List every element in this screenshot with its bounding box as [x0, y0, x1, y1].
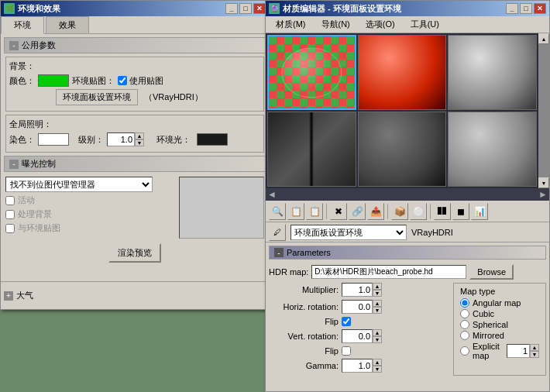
- active-checkbox[interactable]: [5, 196, 15, 205]
- radio-cubic-label: Cubic: [473, 309, 494, 318]
- right-maximize[interactable]: □: [520, 3, 532, 14]
- horiz-up[interactable]: ▲: [373, 300, 382, 307]
- process-bg-checkbox[interactable]: [5, 210, 15, 219]
- env-bar: 🖊 环境面板设置环境 VRayHDRI: [266, 222, 549, 242]
- env-light-swatch[interactable]: [197, 133, 228, 146]
- toolbar-btn-10[interactable]: 📊: [471, 203, 488, 220]
- level-label: 级别：: [78, 134, 104, 146]
- gamma-up[interactable]: ▲: [373, 359, 382, 366]
- level-up[interactable]: ▲: [135, 132, 144, 139]
- background-label: 背景：: [9, 60, 35, 72]
- radio-cubic[interactable]: [460, 309, 469, 318]
- preview-area: [179, 177, 264, 239]
- explicit-input[interactable]: [507, 344, 530, 358]
- use-map-label: 使用贴图: [129, 75, 163, 87]
- vert-up[interactable]: ▲: [373, 329, 382, 336]
- render-preview-button[interactable]: 渲染预览: [108, 243, 161, 263]
- gamma-label: Gamma:: [269, 361, 339, 370]
- hdr-map-input[interactable]: [311, 265, 466, 279]
- mult-down[interactable]: ▼: [373, 290, 382, 297]
- thumb-scrollbar: ▲ ▼: [538, 33, 549, 188]
- mult-up[interactable]: ▲: [373, 283, 382, 290]
- flip1-checkbox[interactable]: [342, 317, 351, 326]
- collapse-params[interactable]: -: [274, 248, 284, 257]
- hdr-map-label: HDR map:: [269, 267, 308, 277]
- explicit-up[interactable]: ▲: [530, 344, 539, 351]
- thumb-scroll-up[interactable]: ▲: [538, 33, 549, 44]
- toolbar-btn-6[interactable]: 📦: [391, 203, 408, 220]
- env-map-button[interactable]: 环境面板设置环境: [56, 89, 138, 105]
- exposure-dropdown[interactable]: 找不到位图代理管理器: [5, 177, 153, 192]
- menu-navigate[interactable]: 导航(N): [315, 16, 357, 33]
- bg-color-swatch[interactable]: [38, 74, 69, 87]
- toolbar-btn-8[interactable]: ▊▊: [434, 203, 451, 220]
- toolbar-btn-2[interactable]: 📋: [306, 203, 323, 220]
- collapse-exposure[interactable]: -: [9, 160, 19, 169]
- env-btn-pick[interactable]: 🖊: [269, 224, 286, 241]
- env-map-cb[interactable]: [5, 224, 15, 233]
- params-title: Parameters: [287, 248, 331, 257]
- level-down[interactable]: ▼: [135, 139, 144, 146]
- minimize-button[interactable]: _: [225, 3, 238, 14]
- env-select[interactable]: 环境面板设置环境: [290, 225, 407, 240]
- gamma-down[interactable]: ▼: [373, 366, 382, 373]
- thumb-scroll-left[interactable]: ◄: [267, 189, 277, 200]
- toolbar-btn-3[interactable]: ✖: [330, 203, 347, 220]
- right-close[interactable]: ✕: [534, 3, 546, 14]
- close-button[interactable]: ✕: [253, 3, 266, 14]
- menu-material[interactable]: 材质(M): [269, 16, 313, 33]
- thumb-scroll-down[interactable]: ▼: [538, 177, 549, 188]
- thumb-dark-sphere-visual: [359, 112, 446, 186]
- background-section: 背景： 颜色： 环境贴图： 使用贴图 环境面板设置环境 （VRayHDRI）: [5, 57, 264, 112]
- thumb-5[interactable]: [448, 112, 537, 187]
- env-light-label: 环境光：: [156, 134, 191, 146]
- vert-rot-label: Vert. rotation:: [269, 332, 339, 341]
- toolbar-btn-9[interactable]: ◼: [452, 203, 469, 220]
- multiplier-input[interactable]: [342, 283, 373, 297]
- thumb-4[interactable]: [358, 112, 447, 187]
- flip2-label: Flip: [269, 346, 339, 356]
- thumb-3[interactable]: [267, 112, 356, 187]
- gamma-input[interactable]: [342, 359, 373, 373]
- public-params-header: - 公用参数: [4, 37, 266, 53]
- radio-spherical[interactable]: [460, 320, 469, 329]
- map-label: 环境贴图：: [72, 75, 115, 87]
- thumb-0[interactable]: [267, 35, 356, 110]
- radio-explicit[interactable]: [460, 346, 469, 356]
- right-minimize[interactable]: _: [506, 3, 518, 14]
- main-toolbar: 🔍 📋 📋 ✖ 🔗 📤 📦 ⚪ ▊▊ ◼ 📊: [266, 201, 549, 222]
- global-illum-section: 全局照明： 染色： 级别： ▲ ▼ 环境光：: [5, 115, 264, 153]
- menu-options[interactable]: 选项(O): [359, 16, 402, 33]
- thumb-red-sphere-visual: [359, 36, 446, 109]
- vert-down[interactable]: ▼: [373, 336, 382, 343]
- collapse-public-params[interactable]: -: [9, 41, 19, 50]
- toolbar-btn-0[interactable]: 🔍: [269, 203, 286, 220]
- tint-swatch[interactable]: [38, 133, 69, 146]
- vert-rot-input[interactable]: [342, 329, 373, 343]
- thumb-1[interactable]: [358, 35, 447, 110]
- toolbar-btn-7[interactable]: ⚪: [410, 203, 427, 220]
- env-map-note: （VRayHDRI）: [144, 91, 203, 103]
- explicit-down[interactable]: ▼: [530, 351, 539, 358]
- map-type-title: Map type: [460, 287, 539, 296]
- horiz-down[interactable]: ▼: [373, 307, 382, 314]
- use-map-checkbox[interactable]: [118, 76, 127, 85]
- toolbar-btn-5[interactable]: 📤: [367, 203, 384, 220]
- tab-environment[interactable]: 环境: [1, 16, 44, 34]
- thumb-scroll-right[interactable]: ►: [538, 189, 548, 200]
- browse-button[interactable]: Browse: [469, 264, 514, 280]
- flip2-checkbox[interactable]: [342, 346, 351, 356]
- collapse-atmo[interactable]: +: [4, 291, 13, 301]
- toolbar-btn-4[interactable]: 🔗: [349, 203, 366, 220]
- menu-tools[interactable]: 工具(U): [404, 16, 446, 33]
- right-window: 🔮 材质编辑器 - 环境面板设置环境 _ □ ✕ 材质(M) 导航(N) 选项(…: [265, 0, 550, 392]
- radio-angular[interactable]: [460, 298, 469, 308]
- maximize-button[interactable]: □: [239, 3, 252, 14]
- radio-mirrored[interactable]: [460, 331, 469, 340]
- tab-effects[interactable]: 效果: [46, 16, 89, 33]
- horiz-rot-input[interactable]: [342, 300, 373, 314]
- toolbar-btn-1[interactable]: 📋: [287, 203, 304, 220]
- multiplier-label: Multiplier:: [269, 285, 339, 294]
- thumb-2[interactable]: [448, 35, 537, 110]
- level-input[interactable]: [107, 132, 135, 146]
